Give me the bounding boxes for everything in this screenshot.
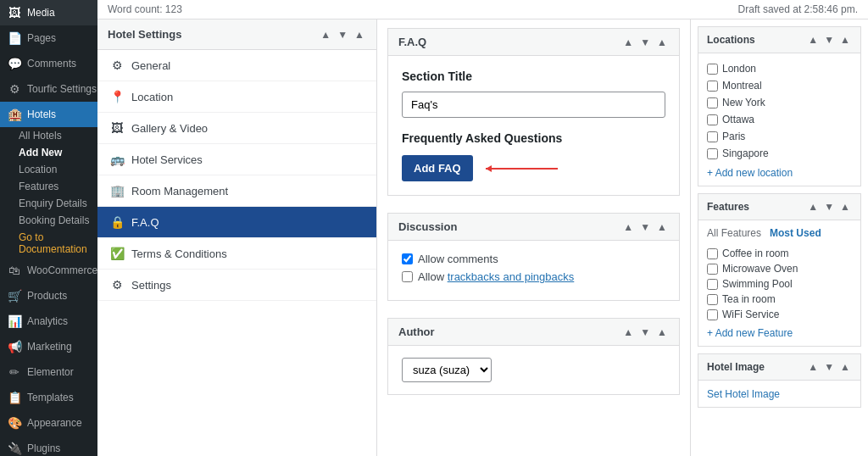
hotel-services-icon: 🚌: [109, 153, 125, 166]
location-paris-checkbox[interactable]: [707, 131, 718, 142]
location-newyork-checkbox[interactable]: [707, 97, 718, 108]
sidebar: 🖼 Media 📄 Pages 💬 Comments ⚙ Tourfic Set…: [0, 0, 97, 456]
location-singapore-checkbox[interactable]: [707, 148, 718, 159]
faq-down-btn[interactable]: ▼: [638, 36, 652, 48]
faq-section-title-label: F.A.Q: [398, 36, 426, 48]
menu-settings[interactable]: ⚙ Settings: [97, 270, 376, 301]
locations-collapse-btn[interactable]: ▲: [806, 34, 820, 46]
topbar: Word count: 123 Draft saved at 2:58:46 p…: [97, 0, 868, 19]
locations-expand-btn[interactable]: ▲: [838, 34, 852, 46]
sidebar-item-analytics[interactable]: 📊 Analytics: [0, 309, 97, 334]
hotel-image-body: Set Hotel Image: [698, 381, 860, 407]
features-down-btn[interactable]: ▼: [822, 201, 836, 213]
menu-hotel-services-label: Hotel Services: [131, 153, 203, 166]
locations-section: Locations ▲ ▼ ▲ London: [698, 26, 861, 186]
sidebar-item-plugins[interactable]: 🔌 Plugins: [0, 436, 97, 456]
menu-hotel-services[interactable]: 🚌 Hotel Services: [97, 144, 376, 175]
tab-all-features[interactable]: All Features: [707, 227, 761, 239]
faq-expand-btn[interactable]: ▲: [655, 36, 669, 48]
features-collapse-btn[interactable]: ▲: [806, 201, 820, 213]
menu-gallery-video[interactable]: 🖼 Gallery & Video: [97, 113, 376, 144]
submenu-enquiry[interactable]: Enquiry Details: [12, 195, 97, 212]
menu-faq-label: F.A.Q: [131, 216, 159, 229]
add-new-feature-link[interactable]: + Add new Feature: [707, 327, 852, 339]
sidebar-item-appearance[interactable]: 🎨 Appearance: [0, 410, 97, 436]
allow-trackbacks-label: Allow trackbacks and pingbacks: [418, 270, 574, 283]
sidebar-item-comments[interactable]: 💬 Comments: [0, 51, 97, 76]
panel-collapse-btn[interactable]: ▲: [319, 29, 332, 41]
panel-expand-btn[interactable]: ▲: [353, 29, 366, 41]
panel-down-btn[interactable]: ▼: [336, 29, 349, 41]
trackbacks-link[interactable]: trackbacks and pingbacks: [448, 270, 575, 283]
hotel-image-down-btn[interactable]: ▼: [822, 361, 836, 373]
submenu-all-hotels[interactable]: All Hotels: [12, 127, 97, 144]
menu-room-management[interactable]: 🏢 Room Management: [97, 175, 376, 207]
sidebar-item-marketing[interactable]: 📢 Marketing: [0, 334, 97, 359]
author-down-btn[interactable]: ▼: [638, 326, 652, 338]
general-icon: ⚙: [109, 58, 125, 72]
discussion-expand-btn[interactable]: ▲: [655, 221, 669, 233]
menu-general[interactable]: ⚙ General: [97, 50, 376, 81]
tab-most-used[interactable]: Most Used: [770, 227, 821, 239]
sidebar-item-pages[interactable]: 📄 Pages: [0, 25, 97, 51]
features-expand-btn[interactable]: ▲: [838, 201, 852, 213]
add-faq-button[interactable]: Add FAQ: [402, 155, 473, 181]
add-new-location-link[interactable]: + Add new location: [707, 167, 852, 179]
menu-faq[interactable]: 🔒 F.A.Q: [97, 207, 376, 238]
location-ottawa-checkbox[interactable]: [707, 114, 718, 125]
feature-coffee-checkbox[interactable]: [707, 248, 718, 259]
list-item: Singapore: [707, 145, 852, 162]
submenu-add-new[interactable]: Add New: [12, 144, 97, 161]
allow-comments-checkbox[interactable]: [402, 253, 413, 264]
marketing-icon: 📢: [7, 340, 22, 353]
faq-collapse-btn[interactable]: ▲: [621, 36, 635, 48]
author-select[interactable]: suza (suza): [402, 358, 492, 382]
arrow-annotation: [481, 163, 566, 175]
submenu-location[interactable]: Location: [12, 161, 97, 178]
sidebar-item-products[interactable]: 🛒 Products: [0, 283, 97, 309]
menu-terms-conditions[interactable]: ✅ Terms & Conditions: [97, 238, 376, 270]
features-section: Features ▲ ▼ ▲ All Features Most Used Co…: [698, 193, 861, 347]
sidebar-item-elementor[interactable]: ✏ Elementor: [0, 359, 97, 385]
woocommerce-icon: 🛍: [7, 264, 22, 277]
menu-location-label: Location: [131, 91, 173, 103]
submenu-booking[interactable]: Booking Details: [12, 212, 97, 229]
location-newyork-label: New York: [722, 97, 765, 108]
section-title-input[interactable]: [402, 92, 665, 118]
author-section-header: Author ▲ ▼ ▲: [388, 319, 679, 346]
discussion-collapse-btn[interactable]: ▲: [621, 221, 635, 233]
sidebar-item-woocommerce[interactable]: 🛍 WooCommerce: [0, 258, 97, 283]
location-london-checkbox[interactable]: [707, 64, 718, 75]
hotel-image-collapse-btn[interactable]: ▲: [806, 361, 820, 373]
feature-tea-checkbox[interactable]: [707, 294, 718, 305]
feature-wifi-checkbox[interactable]: [707, 309, 718, 320]
sidebar-item-media[interactable]: 🖼 Media: [0, 0, 97, 25]
hotel-image-expand-btn[interactable]: ▲: [838, 361, 852, 373]
sidebar-label-products: Products: [27, 290, 67, 302]
author-expand-btn[interactable]: ▲: [655, 326, 669, 338]
location-montreal-checkbox[interactable]: [707, 81, 718, 92]
list-item: Swimming Pool: [707, 276, 852, 292]
sidebar-item-hotels[interactable]: 🏨 Hotels: [0, 102, 97, 127]
author-collapse-btn[interactable]: ▲: [621, 326, 635, 338]
features-controls: ▲ ▼ ▲: [806, 201, 852, 213]
feature-microwave-checkbox[interactable]: [707, 264, 718, 275]
allow-trackbacks-checkbox[interactable]: [402, 271, 413, 282]
submenu-features[interactable]: Features: [12, 178, 97, 195]
feature-wifi-label: WiFi Service: [722, 309, 779, 320]
sidebar-item-tourfic-settings[interactable]: ⚙ Tourfic Settings: [0, 76, 97, 102]
sidebar-label-templates: Templates: [27, 392, 74, 403]
locations-down-btn[interactable]: ▼: [822, 34, 836, 46]
submenu-docs[interactable]: Go to Documentation: [12, 229, 97, 258]
menu-location[interactable]: 📍 Location: [97, 81, 376, 113]
hotel-image-controls: ▲ ▼ ▲: [806, 361, 852, 373]
set-hotel-image-link[interactable]: Set Hotel Image: [707, 388, 780, 400]
sidebar-item-templates[interactable]: 📋 Templates: [0, 385, 97, 410]
tourfic-icon: ⚙: [7, 82, 22, 96]
feature-pool-checkbox[interactable]: [707, 279, 718, 290]
feature-microwave-label: Microwave Oven: [722, 263, 798, 275]
location-icon: 📍: [109, 90, 125, 103]
discussion-down-btn[interactable]: ▼: [638, 221, 652, 233]
location-montreal-label: Montreal: [722, 80, 762, 92]
discussion-section-header: Discussion ▲ ▼ ▲: [388, 214, 679, 241]
